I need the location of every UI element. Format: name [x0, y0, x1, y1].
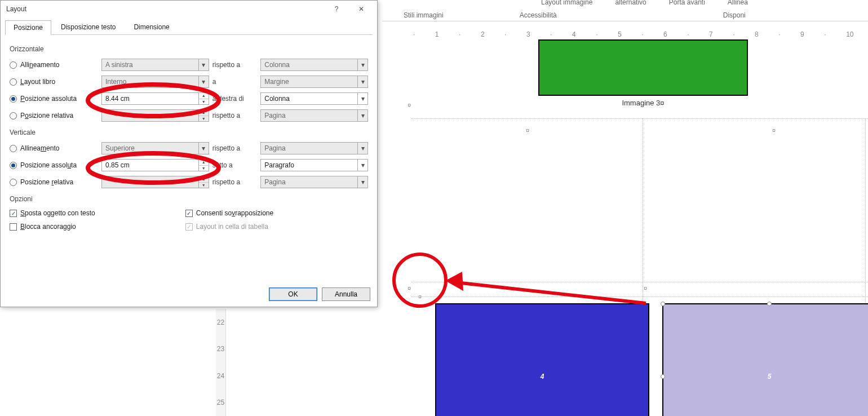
combo-h-allineamento-val[interactable]: A sinistra▾	[101, 59, 209, 71]
ruler-tick: ·	[778, 30, 780, 38]
tab-posizione[interactable]: Posizione	[5, 20, 51, 35]
chevron-down-icon[interactable]: ▾	[198, 59, 209, 70]
check-layout-in-cella	[185, 223, 193, 231]
table-row-border	[411, 296, 868, 297]
ruler-tick: ·	[596, 30, 597, 38]
chevron-down-icon[interactable]: ▾	[198, 143, 209, 154]
ruler-tick: 23	[217, 345, 224, 353]
check-layout-in-cella-label: Layout in cella di tabella	[196, 223, 268, 231]
ruler-tick: 3	[526, 30, 530, 38]
spin-up-icon[interactable]: ▲	[199, 176, 209, 183]
annotation-arrow-line	[451, 282, 646, 303]
check-blocca-ancoraggio-label: Blocca ancoraggio	[20, 223, 76, 231]
chevron-down-icon[interactable]: ▾	[357, 143, 367, 154]
ruler-tick: 22	[217, 318, 224, 326]
table-row-border	[411, 282, 868, 282]
ruler-tick: 25	[217, 399, 224, 406]
ribbon-group-accessibilita: Accessibilità	[520, 11, 557, 19]
radio-h-allineamento[interactable]	[10, 61, 17, 69]
cancel-button[interactable]: Annulla	[322, 287, 370, 301]
ruler-tick: 10	[846, 30, 852, 38]
table-col-border	[865, 118, 866, 307]
selection-handle[interactable]	[661, 302, 665, 306]
combo-v-allineamento-ref[interactable]: Pagina▾	[260, 142, 368, 154]
radio-h-allineamento-label: Allineamento	[20, 61, 59, 69]
radio-h-layout-libro-label: Layout libro	[20, 78, 55, 86]
chevron-down-icon[interactable]: ▾	[357, 110, 367, 121]
radio-v-allineamento[interactable]	[10, 145, 17, 152]
ruler-tick: 9	[800, 30, 804, 38]
image-4-blue[interactable]: 4	[435, 303, 649, 416]
radio-v-pos-assoluta[interactable]	[10, 162, 17, 169]
layout-dialog: Layout ? ✕ Posizione Disposizione testo …	[0, 0, 378, 307]
combo-h-pos-relativa-ref[interactable]: Pagina▾	[260, 109, 368, 122]
chevron-down-icon[interactable]: ▾	[357, 76, 367, 87]
ruler-tick: 5	[618, 30, 622, 38]
ruler-horizontal[interactable]: ·1·2·3·4·5·6·7·8·9·10·11·12·13·14·15·16	[411, 29, 868, 39]
chevron-down-icon[interactable]: ▾	[357, 93, 367, 104]
ruler-tick: 7	[709, 30, 713, 38]
tab-dimensione[interactable]: Dimensione	[125, 20, 178, 34]
spinner-h-pos-relativa[interactable]: ▲▼	[101, 109, 209, 122]
selection-handle[interactable]	[767, 302, 772, 306]
check-sposta-oggetto-label: Sposta oggetto con testo	[20, 209, 95, 217]
ruler-vertical[interactable]: 22232425	[216, 309, 226, 416]
spinner-v-pos-relativa[interactable]: ▲▼	[101, 176, 209, 188]
image-3-green[interactable]	[538, 39, 748, 96]
group-verticale: Verticale	[10, 129, 368, 136]
spin-down-icon[interactable]: ▼	[199, 183, 209, 188]
radio-v-allineamento-label: Allineamento	[20, 144, 59, 152]
cell-mark: ¤	[526, 127, 529, 134]
ruler-tick: ·	[459, 30, 460, 38]
check-blocca-ancoraggio[interactable]	[10, 223, 17, 231]
check-consenti-sovrapposizione[interactable]	[185, 210, 193, 217]
ruler-tick: 4	[572, 30, 576, 38]
ruler-tick: ·	[641, 30, 643, 38]
spin-up-icon[interactable]: ▲	[199, 93, 209, 99]
combo-h-allineamento-ref[interactable]: Colonna▾	[260, 59, 368, 71]
spin-up-icon[interactable]: ▲	[199, 160, 209, 166]
radio-h-layout-libro[interactable]	[10, 78, 17, 86]
image-5-lilac-selected[interactable]: 5	[662, 303, 868, 416]
label-h-a: a	[212, 78, 257, 86]
tab-body: Orizzontale Allineamento A sinistra▾ ris…	[1, 35, 377, 239]
radio-v-pos-relativa[interactable]	[10, 179, 17, 186]
combo-h-layout-libro-ref[interactable]: Margine▾	[260, 76, 368, 88]
spin-up-icon[interactable]: ▲	[199, 110, 209, 116]
tab-strip: Posizione Disposizione testo Dimensione	[5, 20, 373, 35]
cell-mark: ¤	[418, 293, 422, 300]
image-5-number: 5	[768, 373, 772, 380]
cell-mark: ¤	[644, 285, 647, 291]
chevron-down-icon[interactable]: ▾	[357, 160, 367, 171]
help-button[interactable]: ?	[324, 1, 349, 17]
radio-h-pos-relativa[interactable]	[10, 112, 17, 120]
ruler-tick: ·	[413, 30, 415, 38]
group-orizzontale: Orizzontale	[10, 45, 368, 53]
combo-v-allineamento-val[interactable]: Superiore▾	[101, 142, 209, 154]
combo-v-pos-relativa-ref[interactable]: Pagina▾	[260, 176, 368, 188]
close-button[interactable]: ✕	[349, 1, 374, 17]
ruler-tick: ·	[504, 30, 506, 38]
selection-handle[interactable]	[661, 374, 665, 379]
dialog-titlebar[interactable]: Layout ? ✕	[1, 1, 377, 17]
radio-h-pos-relativa-label: Posizione relativa	[20, 112, 73, 120]
spin-down-icon[interactable]: ▼	[199, 166, 209, 171]
radio-h-pos-assoluta-label: Posizione assoluta	[20, 95, 77, 103]
spin-down-icon[interactable]: ▼	[199, 116, 209, 122]
radio-h-pos-assoluta[interactable]	[10, 95, 17, 103]
check-sposta-oggetto[interactable]	[10, 210, 17, 217]
chevron-down-icon[interactable]: ▾	[357, 59, 367, 70]
spinner-h-pos-assoluta[interactable]: 8.44 cm▲▼	[101, 92, 209, 105]
image-4-number: 4	[541, 373, 544, 380]
chevron-down-icon[interactable]: ▾	[198, 76, 209, 87]
spin-down-icon[interactable]: ▼	[199, 99, 209, 105]
cell-mark: ¤	[408, 285, 411, 291]
spinner-v-pos-assoluta[interactable]: 0.85 cm▲▼	[101, 159, 209, 171]
combo-v-pos-assoluta-ref[interactable]: Paragrafo▾	[260, 159, 368, 171]
combo-h-pos-assoluta-ref[interactable]: Colonna▾	[260, 92, 368, 105]
combo-h-layout-libro-val[interactable]: Interno▾	[101, 76, 209, 88]
ok-button[interactable]: OK	[269, 287, 317, 301]
table-col-border	[643, 118, 643, 307]
chevron-down-icon[interactable]: ▾	[357, 176, 367, 188]
tab-disposizione-testo[interactable]: Disposizione testo	[52, 20, 124, 34]
